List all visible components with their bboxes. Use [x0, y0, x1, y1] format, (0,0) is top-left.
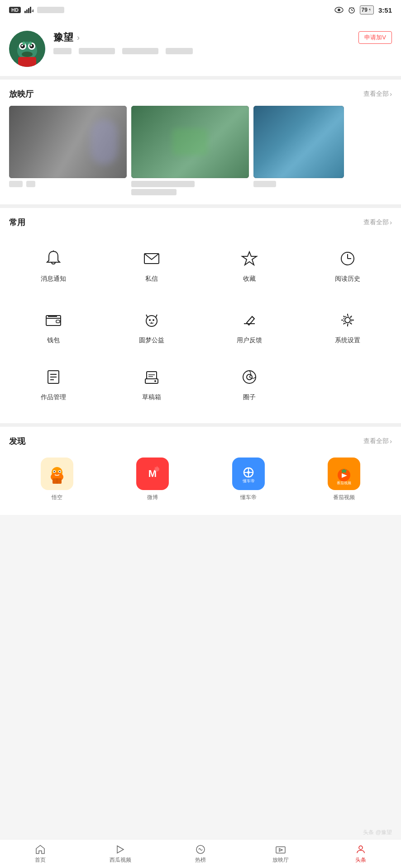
svg-rect-24 — [18, 57, 36, 67]
app-car[interactable]: 懂车帝 懂车帝 — [232, 458, 265, 501]
profile-section: 豫望 › 申请加V — [0, 20, 401, 80]
apply-v-button[interactable]: 申请加V — [358, 31, 392, 44]
svg-point-43 — [345, 317, 350, 323]
svg-point-39 — [153, 319, 154, 321]
settings-icon — [336, 308, 359, 332]
cinema-view-all[interactable]: 查看全部 › — [363, 90, 392, 98]
svg-rect-23 — [29, 42, 32, 45]
hd-badge: HD — [9, 7, 21, 13]
tools-row-2: 钱包 圆梦公益 — [0, 296, 401, 357]
tool-settings[interactable]: 系统设置 — [299, 300, 397, 353]
discover-header: 发现 查看全部 › — [0, 427, 401, 453]
tool-message-label: 私信 — [145, 275, 158, 283]
star-icon — [238, 247, 261, 270]
eye-icon — [334, 7, 344, 13]
tool-charity-label: 圆梦公益 — [139, 336, 164, 344]
app-weibo-label: 微博 — [147, 494, 158, 501]
tool-wallet[interactable]: 钱包 — [5, 300, 103, 353]
video-caption-2 — [131, 181, 249, 195]
nav-home[interactable]: 首页 — [0, 840, 80, 868]
stat-item-3 — [122, 48, 158, 54]
trending-icon — [195, 844, 206, 855]
draft-icon — [140, 365, 163, 389]
app-car-label: 懂车帝 — [240, 494, 257, 501]
tool-circle[interactable]: 圈子 — [200, 357, 299, 410]
app-icon-wukong — [41, 458, 73, 490]
discover-section: 发现 查看全部 › — [0, 427, 401, 515]
video-list — [0, 106, 401, 197]
app-icon-car: 懂车帝 — [232, 458, 265, 490]
app-wukong[interactable]: 悟空 — [41, 458, 73, 501]
app-icon-fanqie: 番茄视频 — [328, 458, 360, 490]
tool-message[interactable]: 私信 — [103, 239, 201, 291]
app-weibo[interactable]: M 微博 — [136, 458, 169, 501]
nav-trending[interactable]: 热榜 — [160, 840, 240, 868]
common-header: 常用 查看全部 › — [0, 208, 401, 234]
svg-rect-22 — [23, 42, 25, 45]
cinema-nav-icon — [275, 844, 286, 855]
svg-marker-28 — [242, 252, 257, 265]
stat-item-4 — [166, 48, 193, 54]
tool-history[interactable]: 阅读历史 — [299, 239, 397, 291]
tools-row-1: 消息通知 私信 收藏 — [0, 234, 401, 296]
tool-settings-label: 系统设置 — [335, 336, 360, 344]
svg-rect-2 — [28, 8, 29, 13]
app-fanqie[interactable]: 番茄视频 番茄视频 — [328, 458, 360, 501]
mail-icon — [140, 247, 163, 270]
nav-cinema-label: 放映厅 — [272, 856, 289, 864]
stat-item-1 — [53, 48, 72, 54]
cinema-section: 放映厅 查看全部 › — [0, 80, 401, 208]
tool-charity[interactable]: 圆梦公益 — [103, 300, 201, 353]
svg-line-36 — [146, 315, 148, 317]
svg-line-42 — [252, 316, 254, 319]
video-card-3[interactable] — [253, 106, 344, 197]
tool-history-label: 阅读历史 — [335, 275, 360, 283]
tool-manage[interactable]: 作品管理 — [5, 357, 103, 410]
svg-text:46: 46 — [32, 9, 33, 13]
tool-notification[interactable]: 消息通知 — [5, 239, 103, 291]
clock-icon — [336, 247, 359, 270]
svg-point-21 — [22, 52, 33, 57]
tool-wallet-label: 钱包 — [47, 336, 60, 344]
tool-notification-label: 消息通知 — [41, 275, 66, 283]
tool-feedback[interactable]: 用户反馈 — [200, 300, 299, 353]
video-card-1[interactable] — [9, 106, 127, 197]
svg-point-19 — [21, 45, 23, 47]
profile-chevron[interactable]: › — [77, 33, 80, 42]
nav-trending-label: 热榜 — [195, 856, 206, 864]
charity-icon — [140, 308, 163, 332]
video-card-2[interactable] — [131, 106, 249, 197]
svg-rect-0 — [24, 11, 26, 13]
video-thumb-2 — [131, 106, 249, 178]
tool-favorites[interactable]: 收藏 — [200, 239, 299, 291]
svg-point-62 — [59, 471, 60, 472]
svg-marker-83 — [117, 846, 124, 853]
nav-profile-label: 头条 — [355, 856, 366, 864]
nav-xigua[interactable]: 西瓜视频 — [80, 840, 160, 868]
discover-apps: 悟空 M 微博 — [0, 453, 401, 510]
nav-profile[interactable]: 头条 — [321, 840, 401, 868]
video-thumb-3 — [253, 106, 344, 178]
lightning-icon — [368, 8, 372, 12]
app-icon-weibo: M — [136, 458, 169, 490]
tool-draft[interactable]: 草稿箱 — [103, 357, 201, 410]
svg-point-6 — [338, 9, 340, 11]
svg-rect-33 — [56, 320, 60, 323]
avatar[interactable] — [9, 31, 45, 67]
cinema-title: 放映厅 — [9, 89, 33, 99]
profile-stats — [53, 48, 392, 54]
signal-indicator: 46 — [24, 7, 33, 13]
discover-view-all[interactable]: 查看全部 › — [363, 437, 392, 445]
common-title: 常用 — [9, 217, 25, 228]
carrier-name — [37, 7, 64, 13]
common-view-all[interactable]: 查看全部 › — [363, 218, 392, 226]
svg-point-53 — [154, 380, 156, 382]
user-icon — [355, 844, 366, 855]
stat-item-2 — [79, 48, 115, 54]
svg-rect-50 — [147, 372, 157, 379]
tool-manage-label: 作品管理 — [41, 393, 66, 401]
video-stats-1 — [9, 181, 127, 187]
nav-cinema[interactable]: 放映厅 — [241, 840, 321, 868]
profile-info: 豫望 › 申请加V — [53, 31, 392, 54]
username-text[interactable]: 豫望 — [53, 31, 73, 44]
